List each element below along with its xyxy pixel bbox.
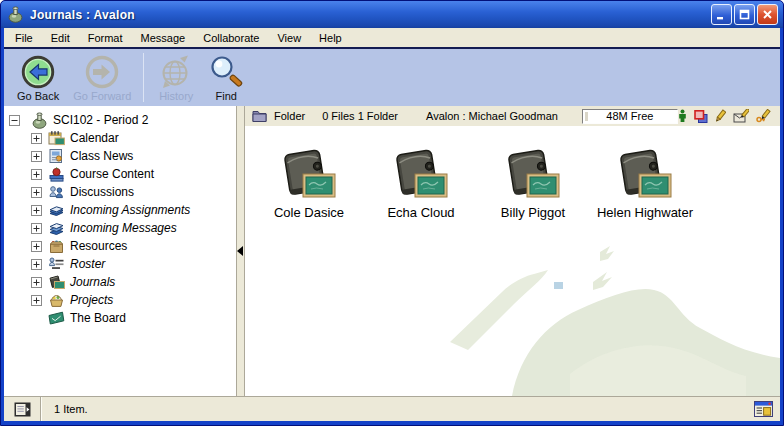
roster-icon [48,256,65,272]
close-button[interactable] [757,4,778,25]
go-back-icon [20,54,56,90]
menu-item-format[interactable]: Format [79,30,132,46]
expand-box-icon[interactable] [31,151,42,162]
tree-item-calendar[interactable]: Calendar [4,129,236,147]
journal-items: Cole DasiceEcha CloudBilly PiggotHelen H… [245,126,780,220]
collapse-tree-arrow-icon[interactable] [237,246,243,256]
tree-item-label: Course Content [70,167,154,181]
folder-view: Cole DasiceEcha CloudBilly PiggotHelen H… [245,126,780,396]
menu-item-view[interactable]: View [268,30,310,46]
expand-box-icon[interactable] [31,241,42,252]
menu-item-collaborate[interactable]: Collaborate [194,30,268,46]
journal-item-echa-cloud[interactable]: Echa Cloud [369,147,473,220]
header-action-icons [678,109,772,123]
calendar-icon [48,130,65,146]
news-icon [48,148,65,164]
content-header-bar: Folder 0 Files 1 Folder Avalon : Michael… [245,106,780,126]
status-window-icon[interactable] [754,401,773,417]
tree-item-discussions[interactable]: Discussions [4,183,236,201]
discussions-icon [48,184,65,200]
resources-icon [48,238,65,254]
panel-splitter[interactable] [237,106,245,396]
item-count-label: 1 Item. [54,403,88,415]
journal-item-cole-dasice[interactable]: Cole Dasice [257,147,361,220]
minimize-button[interactable] [711,4,732,25]
minimize-icon [716,9,727,20]
content-panel: Folder 0 Files 1 Folder Avalon : Michael… [245,106,780,396]
window-body: FileEditFormatMessageCollaborateViewHelp… [4,28,780,421]
journal-book-icon [392,147,450,203]
tree-item-label: Incoming Assignments [70,203,190,217]
tree-item-label: Class News [70,149,133,163]
tree-item-label: Calendar [70,131,119,145]
toolbar-button-label: Find [216,90,237,102]
assignments-icon [48,202,65,218]
history-button: History [151,53,201,103]
collapse-box-icon[interactable] [9,115,20,126]
expand-box-icon[interactable] [31,223,42,234]
journal-item-label: Helen Highwater [597,205,693,220]
tree-item-label: Journals [70,275,115,289]
flask-icon [7,6,25,24]
journal-item-helen-highwater[interactable]: Helen Highwater [593,147,697,220]
go-forward-icon [84,54,120,90]
tree-item-label: Incoming Messages [70,221,177,235]
status-panel-toggle-icon[interactable] [4,397,41,421]
journal-item-label: Cole Dasice [274,205,344,220]
tree-item-label: Projects [70,293,113,307]
owner-label: Avalon : Michael Goodman [426,110,558,122]
course-tree: SCI102 - Period 2CalendarClass NewsCours… [4,111,236,327]
tree-item-sci102-period-2[interactable]: SCI102 - Period 2 [4,111,236,129]
expand-box-icon[interactable] [31,133,42,144]
journal-book-icon [616,147,674,203]
find-button[interactable]: Find [201,53,251,103]
menu-bar: FileEditFormatMessageCollaborateViewHelp [4,28,780,47]
free-space-indicator: 48M Free [582,109,678,124]
journal-book-icon [280,147,338,203]
menu-item-edit[interactable]: Edit [42,30,79,46]
tree-item-journals[interactable]: Journals [4,273,236,291]
sign-icon[interactable] [756,109,772,123]
tree-item-resources[interactable]: Resources [4,237,236,255]
menu-item-help[interactable]: Help [310,30,351,46]
layers-icon[interactable] [694,110,708,123]
toolbar-separator [143,53,144,102]
folder-label: Folder [274,110,305,122]
expand-box-icon[interactable] [31,259,42,270]
tree-item-label: Resources [70,239,127,253]
expand-box-icon[interactable] [31,277,42,288]
tree-item-the-board[interactable]: The Board [4,309,236,327]
maximize-icon [739,9,750,20]
tree-item-incoming-messages[interactable]: Incoming Messages [4,219,236,237]
journal-item-billy-piggot[interactable]: Billy Piggot [481,147,585,220]
history-icon [158,54,194,90]
menu-item-message[interactable]: Message [132,30,195,46]
find-icon [208,54,244,90]
journal-item-label: Billy Piggot [501,205,565,220]
tree-item-projects[interactable]: Projects [4,291,236,309]
tree-item-roster[interactable]: Roster [4,255,236,273]
toolbar-button-label: History [159,90,193,102]
toolbar-button-label: Go Forward [73,90,131,102]
expand-box-icon[interactable] [31,295,42,306]
expand-box-icon[interactable] [31,187,42,198]
tree-item-label: Discussions [70,185,134,199]
maximize-button[interactable] [734,4,755,25]
tree-item-class-news[interactable]: Class News [4,147,236,165]
go-back-button[interactable]: Go Back [10,53,66,103]
flask-icon [31,112,48,128]
menu-item-file[interactable]: File [6,30,42,46]
tree-item-label: SCI102 - Period 2 [53,113,148,127]
tree-item-incoming-assignments[interactable]: Incoming Assignments [4,201,236,219]
toolbar-button-label: Go Back [17,90,59,102]
tree-item-label: The Board [70,311,126,325]
expand-box-icon[interactable] [31,169,42,180]
course-tree-panel: SCI102 - Period 2CalendarClass NewsCours… [4,106,237,396]
board-icon [48,310,65,326]
tree-item-label: Roster [70,257,105,271]
tree-item-course-content[interactable]: Course Content [4,165,236,183]
expand-box-icon[interactable] [31,205,42,216]
person-icon[interactable] [678,109,687,123]
compose-icon[interactable] [733,109,749,123]
pencil-icon[interactable] [715,109,726,123]
